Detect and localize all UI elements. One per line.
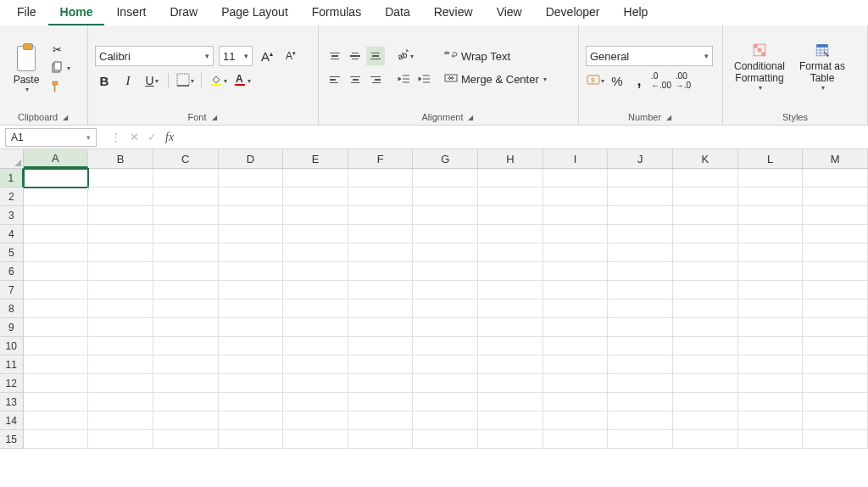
row-header-1[interactable]: 1 <box>0 169 24 188</box>
cell-I14[interactable] <box>543 411 609 430</box>
cell-G4[interactable] <box>413 225 478 244</box>
cell-C7[interactable] <box>153 281 219 299</box>
cell-C2[interactable] <box>153 188 219 206</box>
cell-D11[interactable] <box>219 355 284 374</box>
cell-C4[interactable] <box>153 225 219 244</box>
menu-formulas[interactable]: Formulas <box>300 0 373 25</box>
menu-insert[interactable]: Insert <box>104 0 158 25</box>
fill-color-button[interactable]: ▾ <box>209 71 227 90</box>
cell-H11[interactable] <box>478 355 543 374</box>
cell-E4[interactable] <box>283 225 348 244</box>
cell-H2[interactable] <box>478 188 543 206</box>
menu-home[interactable]: Home <box>48 0 105 25</box>
cell-D7[interactable] <box>219 281 284 299</box>
cell-H15[interactable] <box>478 430 543 449</box>
cell-I1[interactable] <box>543 169 609 188</box>
cell-C15[interactable] <box>153 430 219 449</box>
cell-A7[interactable] <box>24 281 89 299</box>
cell-I9[interactable] <box>543 318 609 337</box>
cell-K13[interactable] <box>673 393 738 411</box>
cell-K8[interactable] <box>673 299 738 318</box>
cell-J12[interactable] <box>608 374 673 393</box>
menu-developer[interactable]: Developer <box>534 0 612 25</box>
cell-J3[interactable] <box>608 206 673 225</box>
cell-K12[interactable] <box>673 374 738 393</box>
cell-D1[interactable] <box>219 169 284 188</box>
increase-indent-button[interactable] <box>415 70 434 89</box>
cell-G5[interactable] <box>413 244 478 262</box>
copy-button[interactable]: ▾ <box>49 60 70 76</box>
font-name-combo[interactable]: Calibri▾ <box>95 46 214 66</box>
cell-K15[interactable] <box>673 430 738 449</box>
cell-A5[interactable] <box>24 244 89 262</box>
cell-B12[interactable] <box>88 374 153 393</box>
cell-L14[interactable] <box>738 411 804 430</box>
cell-M12[interactable] <box>803 374 868 393</box>
cell-L7[interactable] <box>738 281 804 299</box>
cut-button[interactable]: ✂ <box>49 42 70 57</box>
cell-F9[interactable] <box>348 318 414 337</box>
cell-A8[interactable] <box>24 299 89 318</box>
col-header-A[interactable]: A <box>24 149 89 168</box>
cell-M5[interactable] <box>803 244 868 262</box>
cell-G6[interactable] <box>413 262 478 281</box>
cell-E12[interactable] <box>283 374 348 393</box>
cell-F4[interactable] <box>348 225 414 244</box>
cell-J1[interactable] <box>608 169 673 188</box>
cell-B10[interactable] <box>88 337 153 355</box>
col-header-D[interactable]: D <box>219 149 284 168</box>
cell-M4[interactable] <box>803 225 868 244</box>
cell-J9[interactable] <box>608 318 673 337</box>
cell-K6[interactable] <box>673 262 738 281</box>
cell-M14[interactable] <box>803 411 868 430</box>
cell-A9[interactable] <box>24 318 89 337</box>
cell-I15[interactable] <box>543 430 609 449</box>
cell-G1[interactable] <box>413 169 478 188</box>
cell-M15[interactable] <box>803 430 868 449</box>
row-header-10[interactable]: 10 <box>0 337 24 355</box>
row-header-2[interactable]: 2 <box>0 188 24 206</box>
cell-K5[interactable] <box>673 244 738 262</box>
cell-J8[interactable] <box>608 299 673 318</box>
cell-G9[interactable] <box>413 318 478 337</box>
cell-E3[interactable] <box>283 206 348 225</box>
cell-E1[interactable] <box>283 169 348 188</box>
cell-E15[interactable] <box>283 430 348 449</box>
cell-L12[interactable] <box>738 374 804 393</box>
col-header-C[interactable]: C <box>153 149 219 168</box>
cell-G2[interactable] <box>413 188 478 206</box>
cell-H12[interactable] <box>478 374 543 393</box>
cell-M9[interactable] <box>803 318 868 337</box>
cell-G7[interactable] <box>413 281 478 299</box>
cell-G14[interactable] <box>413 411 478 430</box>
cell-G13[interactable] <box>413 393 478 411</box>
cell-H5[interactable] <box>478 244 543 262</box>
cell-E9[interactable] <box>283 318 348 337</box>
align-right-button[interactable] <box>366 70 385 89</box>
cell-A13[interactable] <box>24 393 89 411</box>
row-header-5[interactable]: 5 <box>0 244 24 262</box>
cell-K7[interactable] <box>673 281 738 299</box>
cell-I10[interactable] <box>543 337 609 355</box>
cell-F15[interactable] <box>348 430 414 449</box>
cell-D12[interactable] <box>219 374 284 393</box>
cell-B4[interactable] <box>88 225 153 244</box>
cell-G3[interactable] <box>413 206 478 225</box>
cell-C13[interactable] <box>153 393 219 411</box>
cell-B1[interactable] <box>88 169 153 188</box>
cell-B5[interactable] <box>88 244 153 262</box>
name-box[interactable]: A1▾ <box>5 128 97 147</box>
align-center-button[interactable] <box>346 70 364 89</box>
cell-E2[interactable] <box>283 188 348 206</box>
select-all-corner[interactable] <box>0 149 24 168</box>
cell-I6[interactable] <box>543 262 609 281</box>
row-header-8[interactable]: 8 <box>0 299 24 318</box>
cell-M6[interactable] <box>803 262 868 281</box>
cell-I11[interactable] <box>543 355 609 374</box>
cell-H9[interactable] <box>478 318 543 337</box>
cell-E11[interactable] <box>283 355 348 374</box>
row-header-9[interactable]: 9 <box>0 318 24 337</box>
cell-A3[interactable] <box>24 206 89 225</box>
cell-K4[interactable] <box>673 225 738 244</box>
cell-J6[interactable] <box>608 262 673 281</box>
